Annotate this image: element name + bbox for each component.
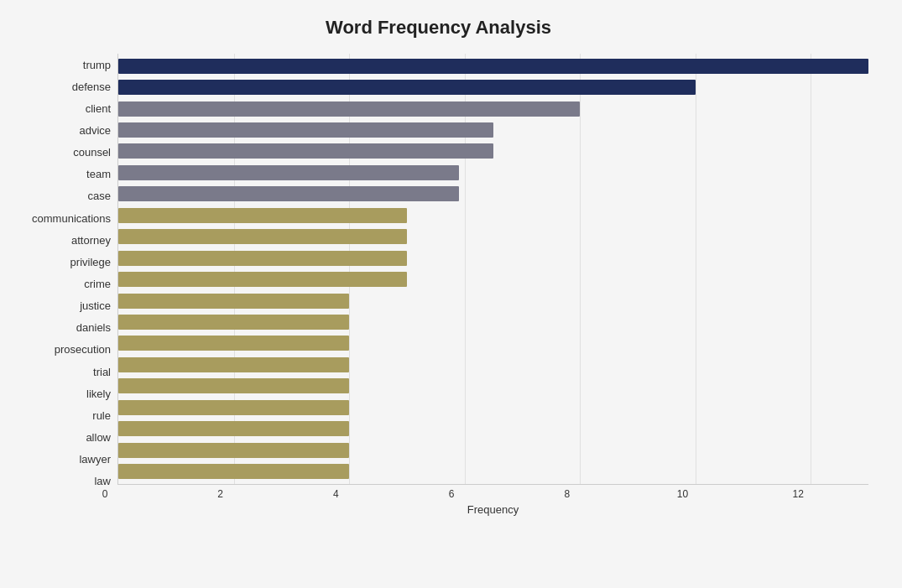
bar <box>118 464 349 479</box>
bar <box>118 143 493 159</box>
bar <box>118 378 349 393</box>
bar-row <box>118 463 868 480</box>
x-axis-label: 8 <box>555 488 580 500</box>
bar <box>118 443 349 458</box>
y-label: trump <box>8 55 117 74</box>
bar <box>118 208 407 223</box>
y-label: team <box>8 165 117 184</box>
bars-wrapper <box>118 54 868 484</box>
bar-row <box>118 207 868 224</box>
bar <box>118 165 459 180</box>
x-axis-label: 10 <box>670 488 695 500</box>
x-axis-label: 6 <box>439 488 464 500</box>
x-axis-label: 12 <box>785 488 811 500</box>
bar-row <box>118 335 868 351</box>
y-axis: trumpdefenseclientadvicecounselteamcasec… <box>8 54 117 516</box>
y-label: counsel <box>8 143 117 162</box>
y-label: justice <box>8 297 117 315</box>
y-label: communications <box>8 209 117 227</box>
y-label: privilege <box>8 252 117 271</box>
bar <box>118 186 459 201</box>
bar-row <box>118 228 868 245</box>
bar <box>118 357 349 372</box>
bar <box>118 336 349 351</box>
y-label: likely <box>8 384 117 403</box>
y-label: crime <box>8 274 117 293</box>
bar-row <box>118 293 868 310</box>
bar-row <box>118 420 868 437</box>
bar <box>118 272 407 287</box>
bar-row <box>118 185 868 202</box>
y-label: allow <box>8 428 117 446</box>
bar-row <box>118 122 868 138</box>
bar-row <box>118 442 868 459</box>
bar <box>118 101 580 117</box>
x-axis-label: 2 <box>208 488 233 500</box>
plot-area: 024681012 Frequency <box>117 54 868 516</box>
chart-area: trumpdefenseclientadvicecounselteamcasec… <box>8 54 868 516</box>
bar <box>118 80 696 95</box>
y-label: trial <box>8 362 117 381</box>
bar-row <box>118 314 868 330</box>
y-label: case <box>8 187 117 206</box>
bar <box>118 421 349 436</box>
x-axis-labels: 024681012 <box>117 485 868 502</box>
bar-row <box>118 356 868 373</box>
bar-row <box>118 250 868 267</box>
bar-row <box>118 164 868 181</box>
bar-row <box>118 143 868 159</box>
chart-title: Word Frequency Analysis <box>8 17 868 39</box>
bar <box>118 400 349 415</box>
bar <box>118 294 349 309</box>
y-label: prosecution <box>8 341 117 359</box>
bar-row <box>118 399 868 416</box>
bar <box>118 315 349 330</box>
bar-row <box>118 101 868 117</box>
chart-container: Word Frequency Analysis trumpdefenseclie… <box>0 0 902 588</box>
bar <box>118 251 407 266</box>
x-axis-label: 0 <box>92 488 117 500</box>
bar <box>118 122 493 138</box>
y-label: lawyer <box>8 450 117 469</box>
bar-row <box>118 271 868 288</box>
x-axis-label: 4 <box>323 488 348 500</box>
y-label: attorney <box>8 231 117 249</box>
y-label: advice <box>8 121 117 139</box>
y-label: rule <box>8 406 117 424</box>
bars-section <box>117 54 868 485</box>
bar-row <box>118 377 868 394</box>
x-axis-title: Frequency <box>117 503 868 516</box>
y-label: defense <box>8 77 117 96</box>
bar-row <box>118 79 868 96</box>
bar-row <box>118 58 868 75</box>
bar <box>118 59 868 74</box>
bar <box>118 229 407 244</box>
y-label: daniels <box>8 319 117 337</box>
y-label: client <box>8 99 117 117</box>
